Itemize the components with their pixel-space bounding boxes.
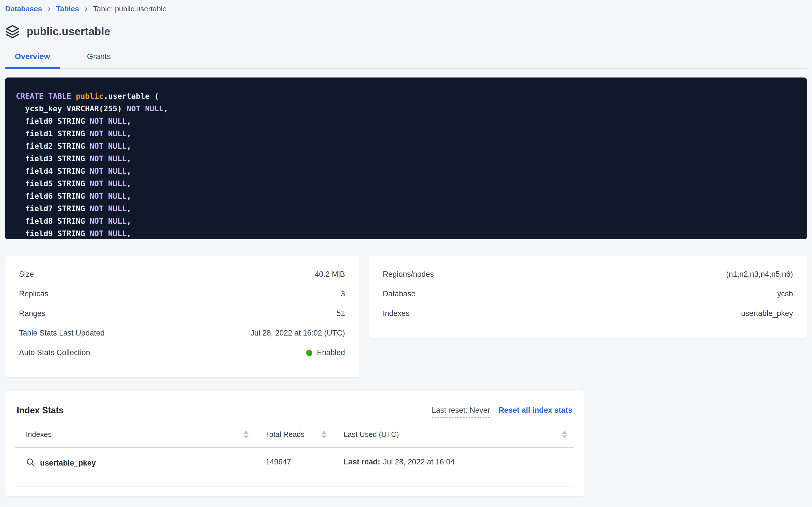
sql-token: NOT NULL [90,179,127,188]
detail-label: Size [19,270,34,279]
sql-token: field0 STRING [16,117,90,125]
sql-token: field8 STRING [16,217,90,225]
last-used-label: Last read: [343,458,380,466]
sql-token: public [76,92,104,101]
sql-token: ycsb_key VARCHAR(255) [16,104,127,113]
summary-row: Size 40.2 MiB Replicas 3 Ranges 51 Table… [5,255,807,378]
sql-token: CREATE TABLE [16,92,76,101]
sort-icon[interactable] [321,431,326,439]
sql-token: NOT NULL [90,142,127,151]
index-stats-title: Index Stats [17,405,64,415]
chevron-right-icon: › [85,4,88,13]
sql-token: NOT NULL [90,217,127,225]
sql-token: , [127,129,131,138]
sql-token: field5 STRING [16,179,90,188]
detail-value: 3 [341,290,345,298]
detail-row-replicas: Replicas 3 [19,284,345,304]
sql-line: field8 STRING NOT NULL, [16,215,796,227]
database-details-card: Regions/nodes (n1,n2,n3,n4,n5,n6) Databa… [369,255,807,338]
sql-token: , [127,167,131,175]
sql-token: field3 STRING [16,154,90,163]
detail-value: 51 [336,309,345,318]
sql-line: field3 STRING NOT NULL, [16,153,796,165]
sql-token: , [127,179,131,188]
column-label: Total Reads [265,430,304,439]
sql-token: field4 STRING [16,167,90,175]
tab-bar: Overview Grants [5,52,807,69]
breadcrumb-link-databases[interactable]: Databases [5,5,42,13]
sql-token: field7 STRING [16,204,90,213]
sql-create-table-code: CREATE TABLE public.usertable ( ycsb_key… [16,90,796,239]
sql-line: field1 STRING NOT NULL, [16,127,796,140]
detail-row-stats-updated: Table Stats Last Updated Jul 28, 2022 at… [19,323,345,343]
breadcrumb-current: Table: public.usertable [93,5,167,13]
tab-overview[interactable]: Overview [5,52,60,68]
detail-label: Auto Stats Collection [19,348,90,357]
sql-token: , [127,229,131,238]
sql-token: NOT NULL [90,129,127,138]
page-content: Databases › Tables › Table: public.usert… [0,0,812,497]
status-text: Enabled [317,348,345,357]
total-reads-cell: 149647 [255,458,333,466]
index-stats-card: Index Stats Last reset: Never Reset all … [5,391,584,497]
sql-token: NOT NULL [90,204,127,213]
index-name-cell: usertable_pkey [15,458,255,469]
page-title-row: public.usertable [5,24,807,39]
index-table-header: Indexes Total Reads Last Used (UTC) [15,430,574,448]
detail-value: usertable_pkey [741,309,793,318]
breadcrumb-link-tables[interactable]: Tables [56,5,79,13]
sort-icon[interactable] [243,431,249,439]
sql-line: field0 STRING NOT NULL, [16,115,796,127]
green-status-dot [306,350,312,356]
detail-label: Regions/nodes [383,270,434,279]
reset-index-stats-link[interactable]: Reset all index stats [498,406,572,415]
sql-token: , [127,191,131,201]
detail-row-regions: Regions/nodes (n1,n2,n3,n4,n5,n6) [383,265,793,284]
sql-token: , [164,104,168,113]
detail-row-auto-stats: Auto Stats Collection Enabled [19,343,345,362]
chevron-right-icon: › [48,4,51,13]
column-label: Last Used (UTC) [343,430,399,439]
sql-line: field9 STRING NOT NULL, [16,227,796,239]
column-header-total-reads[interactable]: Total Reads [255,430,333,439]
sql-line: field5 STRING NOT NULL, [16,177,796,190]
sql-token: NOT NULL [90,117,127,125]
sql-token: , [127,204,131,213]
sql-line: field7 STRING NOT NULL, [16,203,796,215]
detail-value: Enabled [306,348,345,357]
search-icon [26,458,35,469]
last-used-cell: Last read: Jul 28, 2022 at 16:04 [333,458,574,466]
breadcrumb: Databases › Tables › Table: public.usert… [5,0,807,13]
last-used-value: Jul 28, 2022 at 16:04 [383,458,454,466]
page-title: public.usertable [27,25,110,38]
total-reads-value: 149647 [265,458,291,466]
sql-token: NOT NULL [90,154,127,163]
detail-value: Jul 28, 2022 at 16:02 (UTC) [251,329,345,338]
column-label: Indexes [26,430,52,439]
sql-token: NOT NULL [90,229,127,238]
detail-value: ycsb [777,290,793,298]
column-header-indexes[interactable]: Indexes [15,430,255,439]
sql-line: CREATE TABLE public.usertable ( [16,90,796,103]
column-header-last-used[interactable]: Last Used (UTC) [333,430,574,439]
sql-token: NOT NULL [127,104,164,113]
sql-token: field6 STRING [16,191,90,201]
detail-label: Database [383,290,416,298]
sort-icon[interactable] [562,431,567,439]
detail-value: 40.2 MiB [315,270,345,279]
tab-grants[interactable]: Grants [77,52,121,68]
detail-label: Replicas [19,290,49,298]
sql-line: field2 STRING NOT NULL, [16,140,796,153]
detail-label: Ranges [19,309,45,318]
layers-table-icon [5,24,20,39]
sql-token: NOT NULL [90,167,127,175]
detail-row-database: Database ycsb [383,284,793,304]
last-reset-label: Last reset: Never [432,406,490,417]
sql-token: field9 STRING [16,229,90,238]
sql-token: , [127,154,131,163]
index-name: usertable_pkey [40,459,96,467]
index-stats-table: Indexes Total Reads Last Used (UTC) [15,430,574,487]
detail-label: Indexes [383,309,410,318]
sql-statement-card: CREATE TABLE public.usertable ( ycsb_key… [5,77,807,239]
detail-row-ranges: Ranges 51 [19,304,345,323]
